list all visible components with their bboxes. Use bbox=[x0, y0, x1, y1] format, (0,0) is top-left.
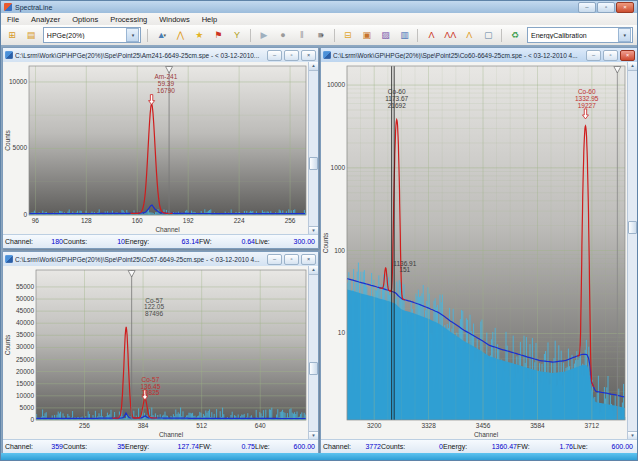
spectrum-display-icon[interactable]: ▢ bbox=[479, 26, 497, 44]
annotation-label: 87496 bbox=[145, 310, 163, 317]
x-axis-label: Channel bbox=[159, 431, 184, 438]
fit-peak-icon: Λ bbox=[428, 30, 434, 40]
chart-area[interactable]: Co-57122.0587496Co-57136.451082525638451… bbox=[3, 266, 318, 440]
child-close-button[interactable]: × bbox=[301, 254, 316, 265]
annotation-label: 16790 bbox=[157, 87, 175, 94]
spectrum-plot[interactable]: Am-24159.3916790961281601922242560500010… bbox=[3, 62, 309, 235]
spectrum-display-icon: ▢ bbox=[484, 30, 493, 40]
status-label: FW: bbox=[199, 443, 217, 450]
vertical-scrollbar[interactable]: ▲ ▼ bbox=[308, 62, 318, 235]
application-window: SpectraLine – ▫ × FileAnalyzerOptionsPro… bbox=[0, 0, 638, 461]
svg-text:3456: 3456 bbox=[476, 422, 491, 429]
spectrum-window-co57[interactable]: C:\Lsrm\Work\GP\HPGe(20%)\Spe\Point25\Co… bbox=[2, 251, 319, 454]
status-fw: FW:0.75 bbox=[199, 443, 255, 450]
spectrum-plot[interactable]: Co-57122.0587496Co-57136.451082525638451… bbox=[3, 266, 309, 440]
efficiency-star-icon[interactable]: ★ bbox=[190, 26, 208, 44]
scroll-thumb[interactable] bbox=[309, 362, 318, 375]
spectrum-plot[interactable]: Co-601173.67216921136.91151Co-601332.951… bbox=[321, 62, 628, 440]
clipboard-icon[interactable]: ▥ bbox=[396, 26, 414, 44]
open-spectrum-icon[interactable]: ⊟ bbox=[339, 26, 357, 44]
report-icon[interactable]: ▨ bbox=[377, 26, 395, 44]
child-window-title: C:\Lsrm\Work\GP\HPGe(20%)\Spe\Point25\Am… bbox=[15, 52, 265, 59]
delete-calibration-icon: ♻ bbox=[511, 30, 519, 40]
status-value: 600.00 bbox=[277, 443, 315, 450]
child-window-title: C:\Lsrm\Work\GP\HPGe(20%)\Spe\Point25\Co… bbox=[15, 256, 265, 263]
menu-item-processing[interactable]: Processing bbox=[104, 14, 153, 25]
menu-item-file[interactable]: File bbox=[1, 14, 25, 25]
maximize-button[interactable]: ▫ bbox=[597, 2, 615, 13]
acquire-pause-icon[interactable]: ‖ bbox=[293, 26, 311, 44]
child-minimize-button[interactable]: – bbox=[267, 50, 282, 61]
scroll-thumb[interactable] bbox=[309, 157, 318, 170]
plot-background bbox=[36, 270, 306, 420]
close-button[interactable]: × bbox=[616, 2, 634, 13]
svg-text:30000: 30000 bbox=[16, 343, 34, 350]
child-maximize-button[interactable]: ▫ bbox=[284, 50, 299, 61]
delete-calibration-icon[interactable]: ♻ bbox=[506, 26, 524, 44]
status-value: 35 bbox=[95, 443, 125, 450]
child-titlebar[interactable]: C:\Lsrm\Work\GP\HPGe(20%)\Spe\Point25\Co… bbox=[3, 252, 318, 267]
child-close-button[interactable]: × bbox=[301, 50, 316, 61]
annotation-label: 19227 bbox=[578, 102, 596, 109]
menu-item-options[interactable]: Options bbox=[66, 14, 104, 25]
toolbar-separator bbox=[501, 29, 502, 42]
svg-text:5000: 5000 bbox=[20, 404, 35, 411]
child-titlebar[interactable]: C:\Lsrm\Work\GP\HPGe(20%)\Spe\Point25\Am… bbox=[3, 48, 318, 63]
chevron-down-icon[interactable]: ▾ bbox=[126, 28, 139, 42]
spectrum-file-icon bbox=[323, 51, 331, 59]
child-minimize-button[interactable]: – bbox=[586, 50, 601, 61]
vertical-scrollbar[interactable]: ▲ ▼ bbox=[308, 266, 318, 440]
chart-area[interactable]: Am-24159.3916790961281601922242560500010… bbox=[3, 62, 318, 235]
child-maximize-button[interactable]: ▫ bbox=[603, 50, 618, 61]
acquire-start-icon[interactable]: ▶ bbox=[255, 26, 273, 44]
svg-text:1000: 1000 bbox=[331, 164, 346, 171]
spectrum-window-am241[interactable]: C:\Lsrm\Work\GP\HPGe(20%)\Spe\Point25\Am… bbox=[2, 47, 319, 249]
save-spectrum-icon[interactable]: ▣ bbox=[358, 26, 376, 44]
menu-item-help[interactable]: Help bbox=[196, 14, 223, 25]
chevron-down-icon: ▾ bbox=[164, 32, 167, 38]
minimize-button[interactable]: – bbox=[578, 2, 596, 13]
cascade-spectra-icon[interactable]: ⊞ bbox=[3, 26, 21, 44]
scroll-up-icon[interactable]: ▲ bbox=[309, 62, 318, 71]
status-live: Live:300.00 bbox=[255, 238, 315, 245]
toolbar-separator bbox=[147, 29, 148, 42]
toolbar: ⊞▤HPGe(20%)▾▲▾⋀★⚑Y▶●‖■▾⊟▣▨▥ΛΛΛΛ▢♻EnergyC… bbox=[1, 25, 637, 46]
status-label: Live: bbox=[255, 443, 277, 450]
child-minimize-button[interactable]: – bbox=[267, 254, 282, 265]
detector-calibration-icon[interactable]: ▲▾ bbox=[152, 26, 170, 44]
scroll-up-icon[interactable]: ▲ bbox=[628, 62, 637, 71]
scroll-up-icon[interactable]: ▲ bbox=[309, 266, 318, 275]
status-label: Channel: bbox=[5, 443, 37, 450]
multi-peak-icon[interactable]: ΛΛ bbox=[441, 26, 459, 44]
status-bar: Channel:359Counts:35Energy:127.74FW:0.75… bbox=[3, 439, 318, 453]
menu-item-analyzer[interactable]: Analyzer bbox=[25, 14, 66, 25]
acquire-record-icon[interactable]: ● bbox=[274, 26, 292, 44]
child-titlebar[interactable]: C:\Lsrm\Work\GP\HPGe(20%)\Spe\Point25\Co… bbox=[321, 48, 637, 63]
fit-peak-icon[interactable]: Λ bbox=[422, 26, 440, 44]
menu-item-windows[interactable]: Windows bbox=[153, 14, 195, 25]
spectrum-chart-co57[interactable]: Co-57122.0587496Co-57136.451082525638451… bbox=[3, 266, 309, 444]
child-maximize-button[interactable]: ▫ bbox=[284, 254, 299, 265]
nuclide-flag-icon[interactable]: ⚑ bbox=[209, 26, 227, 44]
peak-search-icon[interactable]: ⋀ bbox=[171, 26, 189, 44]
status-fw: FW:1.76 bbox=[517, 443, 573, 450]
chart-area[interactable]: Co-601173.67216921136.91151Co-601332.951… bbox=[321, 62, 637, 440]
acquire-stop-icon[interactable]: ■▾ bbox=[312, 26, 330, 44]
chevron-down-icon[interactable]: ▾ bbox=[618, 28, 631, 42]
calibration-select[interactable]: EnergyCalibration▾ bbox=[527, 27, 633, 43]
calibration-peak-icon[interactable]: Λ bbox=[460, 26, 478, 44]
child-close-button[interactable]: × bbox=[620, 50, 635, 61]
spectrum-window-co60[interactable]: C:\Lsrm\Work\GP\HPGe(20%)\Spe\Point25\Co… bbox=[320, 47, 638, 454]
x-axis-label: Channel bbox=[155, 226, 180, 233]
chevron-down-icon: ▾ bbox=[321, 32, 324, 38]
status-label: FW: bbox=[517, 443, 535, 450]
vertical-scrollbar[interactable]: ▲ ▼ bbox=[627, 62, 637, 440]
scroll-thumb[interactable] bbox=[628, 221, 637, 234]
detector-select[interactable]: HPGe(20%)▾ bbox=[43, 27, 142, 43]
toolbar-separator bbox=[334, 29, 335, 42]
titlebar[interactable]: SpectraLine – ▫ × bbox=[1, 1, 637, 13]
spectrum-chart-co60[interactable]: Co-601173.67216921136.91151Co-601332.951… bbox=[321, 62, 628, 444]
spectrum-chart-am241[interactable]: Am-24159.3916790961281601922242560500010… bbox=[3, 62, 309, 239]
roi-tool-icon[interactable]: Y bbox=[228, 26, 246, 44]
spectra-list-icon[interactable]: ▤ bbox=[22, 26, 40, 44]
